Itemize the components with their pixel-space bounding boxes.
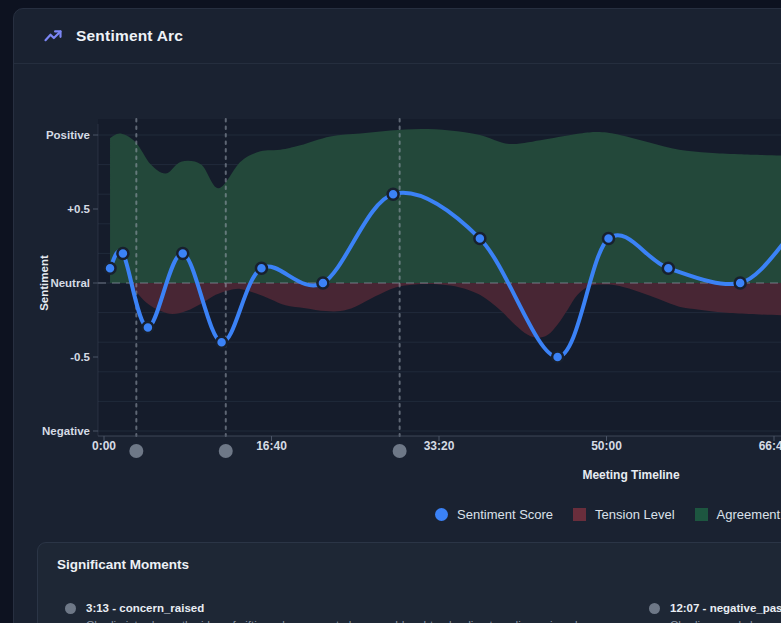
- sentiment-chart: Positive+0.5Neutral-0.5Negative0:0016:40…: [14, 64, 781, 482]
- sentiment-point[interactable]: [117, 248, 128, 259]
- moment-title: 3:13 - concern_raised: [86, 601, 581, 615]
- y-tick-label: +0.5: [67, 203, 90, 215]
- x-axis-title: Meeting Timeline: [582, 468, 679, 482]
- moments-list: 3:13 - concern_raised Charlie introduces…: [57, 601, 781, 623]
- significant-moments-heading: Significant Moments: [57, 557, 781, 572]
- moment-description: Charlie reveals her pas: [670, 618, 781, 623]
- legend-item-sentiment-score[interactable]: Sentiment Score: [435, 507, 553, 522]
- dashboard-page: Sentiment Arc Positive+0.5Neutral-0.5Neg…: [0, 0, 781, 623]
- x-tick-label: 33:20: [424, 439, 455, 453]
- y-tick-label: Neutral: [50, 277, 90, 289]
- sentiment-point[interactable]: [663, 263, 674, 274]
- sentiment-point[interactable]: [388, 189, 399, 200]
- chart-legend: Sentiment Score Tension Level Agreement: [435, 507, 780, 522]
- sentiment-point[interactable]: [142, 322, 153, 333]
- agreement-swatch: [695, 508, 708, 521]
- sentiment-point[interactable]: [256, 263, 267, 274]
- card-header: Sentiment Arc: [14, 9, 781, 64]
- legend-label: Sentiment Score: [457, 507, 553, 522]
- x-tick-label: 50:00: [591, 439, 622, 453]
- tension-level-swatch: [573, 508, 586, 521]
- moment-title: 12:07 - negative_past_e: [670, 601, 781, 615]
- y-tick-label: Positive: [46, 129, 90, 141]
- sentiment-point[interactable]: [603, 233, 614, 244]
- moment-marker-dot[interactable]: [219, 444, 233, 458]
- sentiment-score-swatch: [435, 508, 448, 521]
- moment-bullet-icon: [65, 603, 76, 614]
- sentiment-point[interactable]: [105, 263, 116, 274]
- sentiment-point[interactable]: [317, 278, 328, 289]
- legend-item-tension-level[interactable]: Tension Level: [573, 507, 675, 522]
- x-tick-label: 66:40: [759, 439, 781, 453]
- legend-item-agreement[interactable]: Agreement: [695, 507, 781, 522]
- legend-label: Agreement: [717, 507, 781, 522]
- y-tick-label: Negative: [42, 425, 90, 437]
- moment-description: Charlie introduces the idea of gifting a…: [86, 618, 581, 623]
- significant-moments-panel: Significant Moments 3:13 - concern_raise…: [37, 542, 781, 623]
- legend-label: Tension Level: [595, 507, 675, 522]
- moment-marker-dot[interactable]: [393, 444, 407, 458]
- sentiment-point[interactable]: [735, 278, 746, 289]
- sentiment-point[interactable]: [216, 337, 227, 348]
- moment-marker-dot[interactable]: [129, 444, 143, 458]
- sentiment-point[interactable]: [552, 352, 563, 363]
- sentiment-arc-card: Sentiment Arc Positive+0.5Neutral-0.5Neg…: [13, 8, 781, 623]
- page-title: Sentiment Arc: [76, 27, 183, 45]
- moment-bullet-icon: [649, 603, 660, 614]
- list-item[interactable]: 3:13 - concern_raised Charlie introduces…: [57, 601, 641, 623]
- sentiment-point[interactable]: [474, 233, 485, 244]
- x-tick-label: 16:40: [256, 439, 287, 453]
- trending-up-icon: [43, 26, 63, 46]
- y-axis-title: Sentiment: [38, 255, 50, 311]
- y-tick-label: -0.5: [70, 351, 90, 363]
- x-tick-label: 0:00: [92, 439, 116, 453]
- list-item[interactable]: 12:07 - negative_past_e Charlie reveals …: [641, 601, 781, 623]
- sentiment-point[interactable]: [177, 248, 188, 259]
